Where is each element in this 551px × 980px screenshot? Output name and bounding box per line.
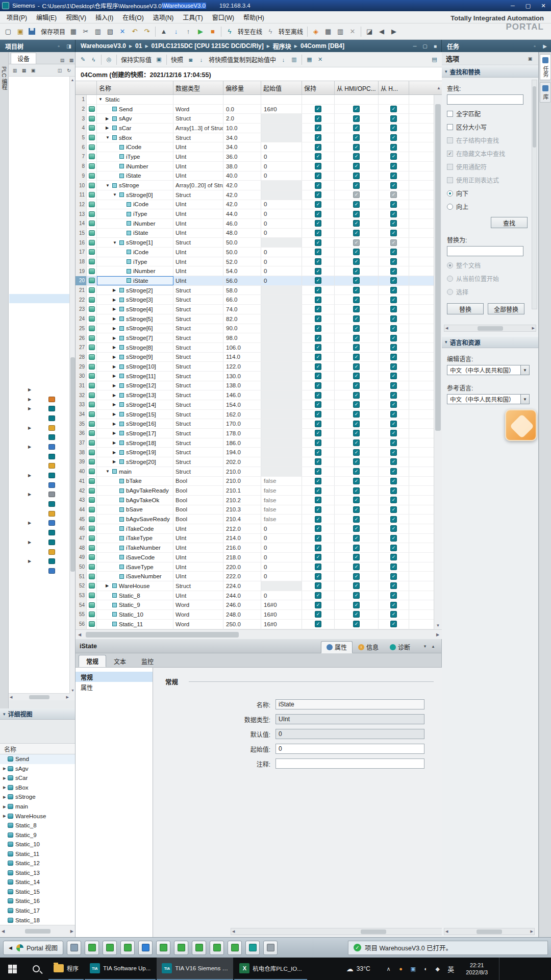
show-desktop-button[interactable] bbox=[499, 958, 502, 980]
tree-item[interactable] bbox=[9, 566, 70, 576]
hmi-accessible-checkbox[interactable]: ✓ bbox=[353, 125, 360, 131]
insert-row-icon[interactable]: ✎ bbox=[78, 55, 88, 64]
start-value-cell[interactable]: 0 bbox=[261, 209, 302, 218]
hmi-accessible-checkbox[interactable]: ✓ bbox=[353, 344, 360, 351]
table-hscroll-thumb[interactable] bbox=[86, 632, 239, 638]
hmi-writable-checkbox[interactable]: ✓ bbox=[390, 354, 397, 360]
hmi-writable-checkbox[interactable]: ✓ bbox=[390, 201, 397, 208]
expand-all-icon[interactable]: ▦ bbox=[305, 55, 314, 64]
checkbox-cell[interactable]: ✓ bbox=[379, 114, 409, 123]
name-cell[interactable]: iNumber bbox=[97, 219, 173, 228]
nav-forward-icon[interactable]: ▶ bbox=[388, 26, 399, 37]
tree-filter-icon[interactable]: ▥ bbox=[11, 66, 19, 75]
start-value-cell[interactable] bbox=[261, 362, 302, 371]
list-item[interactable]: ▶WareHouse bbox=[0, 811, 75, 821]
hmi-accessible-checkbox[interactable]: ✓ bbox=[353, 315, 360, 322]
type-cell[interactable]: Bool bbox=[173, 477, 223, 486]
hmi-writable-checkbox[interactable]: ✓ bbox=[390, 478, 397, 484]
hmi-accessible-checkbox[interactable]: ✓ bbox=[353, 401, 360, 408]
start-value-cell[interactable] bbox=[261, 353, 302, 362]
checkbox-cell[interactable]: ✓ bbox=[302, 295, 335, 304]
retain-checkbox[interactable]: ✓ bbox=[315, 144, 321, 151]
checkbox-cell[interactable]: ✓ bbox=[379, 257, 409, 266]
start-value-cell[interactable]: false bbox=[261, 486, 302, 495]
pin-panel-icon[interactable]: ▫ bbox=[55, 42, 63, 50]
type-cell[interactable]: Struct bbox=[173, 438, 223, 448]
table-row[interactable]: 46iTakeCodeUInt212.00✓✓✓ bbox=[76, 524, 442, 534]
retain-checkbox[interactable]: ✓ bbox=[315, 230, 321, 236]
list-item[interactable]: ▶sStroge bbox=[0, 792, 75, 802]
hmi-writable-checkbox[interactable]: ✓ bbox=[390, 382, 397, 389]
maximize-icon[interactable]: ▢ bbox=[520, 1, 536, 11]
name-cell[interactable]: ▶sStroge[8] bbox=[97, 343, 173, 352]
find-input[interactable] bbox=[447, 94, 523, 105]
retain-checkbox[interactable]: ✓ bbox=[315, 315, 321, 322]
name-cell[interactable]: ▼sStroge[0] bbox=[97, 190, 173, 200]
checkbox-cell[interactable]: ✓ bbox=[379, 496, 409, 505]
upload-icon[interactable]: ↑ bbox=[183, 26, 194, 37]
list-item[interactable]: Send bbox=[0, 754, 75, 764]
checkbox-cell[interactable]: ✓ bbox=[379, 200, 409, 209]
table-row[interactable]: 33▶sStroge[14]Struct154.0✓✓✓ bbox=[76, 400, 442, 410]
hmi-writable-checkbox[interactable]: ✓ bbox=[390, 315, 397, 322]
radio-向下[interactable] bbox=[447, 190, 453, 197]
checkbox-cell[interactable]: ✓ bbox=[335, 181, 379, 190]
tree-item[interactable]: ▶ bbox=[9, 395, 70, 404]
checkbox-cell[interactable]: ✓ bbox=[302, 353, 335, 362]
retain-checkbox[interactable]: ✓ bbox=[315, 564, 321, 570]
menu-item-编辑E[interactable]: 编辑(E) bbox=[32, 11, 61, 23]
plc-programming-vertical-tab[interactable]: PLC 编程 bbox=[0, 66, 8, 90]
tab-属性[interactable]: 属性 bbox=[321, 641, 353, 653]
name-cell[interactable]: ▶sStroge[11] bbox=[97, 372, 173, 381]
breadcrumb-item[interactable]: 程序块 bbox=[273, 42, 291, 51]
hmi-accessible-checkbox[interactable]: ✓ bbox=[353, 545, 360, 551]
checkbox-cell[interactable]: ✓ bbox=[302, 600, 335, 609]
checkbox-cell[interactable]: ✓ bbox=[379, 591, 409, 600]
hmi-accessible-checkbox[interactable]: ✓ bbox=[353, 325, 360, 332]
checkbox-cell[interactable]: ✓ bbox=[379, 286, 409, 295]
list-item[interactable]: Static_9 bbox=[0, 830, 75, 840]
retain-checkbox[interactable]: ✓ bbox=[315, 516, 321, 523]
table-row[interactable]: 18iTypeUInt52.00✓✓✓ bbox=[76, 257, 442, 267]
copy-snapshot-icon-a[interactable]: ↓ bbox=[279, 55, 288, 64]
checkbox-cell[interactable] bbox=[335, 95, 379, 104]
expand-arrow-icon[interactable]: ▼ bbox=[106, 469, 112, 474]
hmi-accessible-checkbox[interactable]: ✓ bbox=[353, 535, 360, 542]
start-value-cell[interactable] bbox=[261, 190, 302, 200]
cut-icon[interactable]: ✂ bbox=[80, 26, 91, 37]
start-value-cell[interactable] bbox=[261, 390, 302, 400]
name-cell[interactable]: ▼main bbox=[97, 467, 173, 476]
options-gear-icon[interactable]: ▣ bbox=[526, 55, 534, 63]
checkbox-cell[interactable] bbox=[302, 95, 335, 104]
hmi-writable-checkbox[interactable]: ✓ bbox=[390, 173, 397, 179]
checkbox-cell[interactable]: ✓ bbox=[379, 190, 409, 200]
checkbox-cell[interactable]: ✓ bbox=[302, 305, 335, 314]
hidden-icons-chevron[interactable]: ∧ bbox=[383, 966, 395, 972]
checkbox-cell[interactable]: ✓ bbox=[379, 353, 409, 362]
name-cell[interactable]: ▶sStroge[5] bbox=[97, 314, 173, 324]
retain-checkbox[interactable]: ✓ bbox=[315, 411, 321, 418]
hmi-writable-checkbox[interactable]: ✓ bbox=[390, 268, 397, 275]
open-editor-button[interactable] bbox=[85, 941, 99, 955]
subtab-监控[interactable]: 监控 bbox=[134, 655, 161, 667]
checkbox-cell[interactable]: ✓ bbox=[335, 305, 379, 314]
checkbox-cell[interactable]: ✓ bbox=[335, 162, 379, 171]
properties-nav-属性[interactable]: 属性 bbox=[76, 682, 153, 692]
table-row[interactable]: 45bAgvSaveReadyBool210.4false✓✓✓ bbox=[76, 514, 442, 524]
type-cell[interactable]: UInt bbox=[173, 276, 223, 285]
checkbox-cell[interactable]: ✓ bbox=[335, 448, 379, 457]
checkbox-cell[interactable]: ✓ bbox=[379, 620, 409, 629]
open-editor-button[interactable] bbox=[120, 941, 135, 955]
snapshot-camera-icon[interactable]: ◙ bbox=[186, 55, 195, 64]
open-editor-button[interactable] bbox=[103, 941, 117, 955]
type-cell[interactable]: UInt bbox=[173, 591, 223, 600]
checkbox-cell[interactable]: ✓ bbox=[302, 172, 335, 181]
tree-item[interactable] bbox=[9, 547, 70, 557]
checkbox-cell[interactable]: ✓ bbox=[302, 477, 335, 486]
open-editor-button[interactable] bbox=[156, 941, 170, 955]
hmi-writable-checkbox[interactable]: ✓ bbox=[390, 497, 397, 503]
expand-arrow-icon[interactable]: ▶ bbox=[113, 374, 119, 378]
checkbox-cell[interactable]: ✓ bbox=[302, 581, 335, 591]
checkbox-cell[interactable]: ✓ bbox=[302, 124, 335, 133]
tree-item[interactable] bbox=[9, 509, 70, 519]
